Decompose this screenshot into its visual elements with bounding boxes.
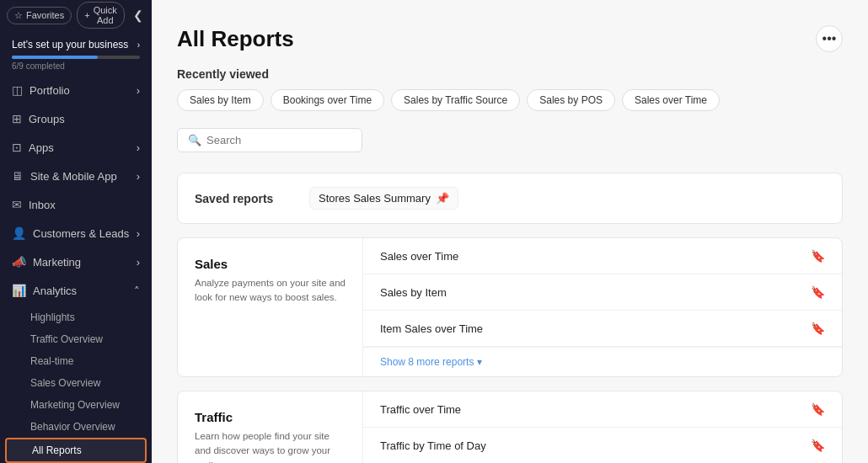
chevron-right-icon: › [137,170,140,183]
report-row-sales-over-time[interactable]: Sales over Time 🔖 [363,238,842,274]
bookmark-icon[interactable]: 🔖 [811,249,825,263]
setup-section: Let's set up your business › 6/9 complet… [0,30,152,76]
chevron-right-icon: › [137,256,140,269]
sidebar-item-analytics[interactable]: 📊 Analytics ˄ [0,276,152,305]
analytics-submenu: Highlights Traffic Overview Real-time Sa… [0,305,152,463]
quick-add-label: Quick Add [94,5,117,25]
saved-reports-section: Saved reports Stores Sales Summary 📌 [177,173,843,224]
sidebar-item-label: Customers & Leads [33,227,129,240]
apps-icon: ⊡ [12,141,22,154]
chip-sales-by-item[interactable]: Sales by Item [177,89,264,111]
recently-viewed-chips: Sales by Item Bookings over Time Sales b… [177,89,843,111]
bookmark-icon[interactable]: 🔖 [811,402,825,416]
sidebar-item-marketing[interactable]: 📣 Marketing › [0,247,152,276]
sales-section-desc: Analyze payments on your site and look f… [195,276,346,306]
progress-bar-fill [12,56,98,59]
close-icon: ❮ [133,8,143,22]
sidebar: Let's set up your business › 6/9 complet… [0,0,152,463]
marketing-icon: 📣 [12,255,26,269]
chevron-right-icon: › [137,227,140,240]
inbox-icon: ✉ [12,198,22,211]
traffic-section-desc: Learn how people find your site and disc… [195,429,346,463]
show-more-sales-button[interactable]: Show 8 more reports ▾ [363,348,499,376]
top-bar: ☆ Favorites + Quick Add ❮ [0,0,152,30]
close-button[interactable]: ❮ [130,7,147,24]
star-icon: ☆ [14,10,23,21]
chip-sales-by-traffic-source[interactable]: Sales by Traffic Source [391,89,520,111]
favorites-button[interactable]: ☆ Favorites [7,7,72,24]
report-row-item-sales-over-time[interactable]: Item Sales over Time 🔖 [363,311,842,347]
favorites-label: Favorites [26,10,64,20]
setup-title[interactable]: Let's set up your business › [12,39,140,51]
chip-sales-over-time[interactable]: Sales over Time [622,89,720,111]
sidebar-item-highlights[interactable]: Highlights [0,306,152,328]
sidebar-item-label: Portfolio [29,84,70,97]
main-content: All Reports ••• Recently viewed Sales by… [152,0,868,463]
chevron-right-icon: › [137,84,140,97]
sidebar-item-customers[interactable]: 👤 Customers & Leads › [0,219,152,247]
sidebar-item-label: Analytics [33,285,77,297]
sidebar-item-label: Inbox [29,199,56,211]
search-icon: 🔍 [188,134,201,146]
saved-report-item[interactable]: Stores Sales Summary 📌 [309,187,458,210]
page-header: All Reports ••• [177,25,843,52]
search-input[interactable] [206,134,351,146]
sidebar-item-site-mobile[interactable]: 🖥 Site & Mobile App › [0,162,152,190]
chip-bookings-over-time[interactable]: Bookings over Time [271,89,384,111]
sales-section-reports: Sales over Time 🔖 Sales by Item 🔖 Item S… [363,238,842,376]
report-row-traffic-over-time[interactable]: Traffic over Time 🔖 [363,391,842,428]
ellipsis-icon: ••• [822,31,837,46]
sidebar-item-sales-overview[interactable]: Sales Overview [0,372,152,394]
progress-bar-bg [12,56,140,59]
sidebar-item-real-time[interactable]: Real-time [0,350,152,372]
saved-reports-title: Saved reports [195,192,296,205]
sidebar-item-all-reports[interactable]: All Reports [5,438,147,463]
sales-section-info: Sales Analyze payments on your site and … [178,238,363,376]
quick-add-button[interactable]: + Quick Add [77,2,125,29]
sidebar-item-groups[interactable]: ⊞ Groups [0,104,152,133]
chevron-right-icon: › [137,40,140,50]
plus-icon: + [84,10,89,20]
sidebar-item-behavior-overview[interactable]: Behavior Overview [0,416,152,438]
sidebar-item-traffic-overview[interactable]: Traffic Overview [0,328,152,350]
traffic-section-reports: Traffic over Time 🔖 Traffic by Time of D… [363,391,842,463]
portfolio-icon: ◫ [12,83,23,97]
report-row-traffic-by-time-of-day[interactable]: Traffic by Time of Day 🔖 [363,428,842,463]
sidebar-item-apps[interactable]: ⊡ Apps › [0,133,152,162]
setup-title-label: Let's set up your business [12,39,128,51]
chevron-up-icon: ˄ [134,285,140,297]
traffic-section: Traffic Learn how people find your site … [177,391,843,463]
progress-label: 6/9 completed [12,61,140,71]
sidebar-item-marketing-overview[interactable]: Marketing Overview [0,394,152,416]
sidebar-item-label: Apps [29,141,54,154]
site-icon: 🖥 [12,169,24,183]
page-title: All Reports [177,26,294,52]
chip-sales-by-pos[interactable]: Sales by POS [527,89,615,111]
chevron-down-icon: ▾ [477,356,482,368]
bookmark-icon[interactable]: 🔖 [811,322,825,335]
sales-section: Sales Analyze payments on your site and … [177,237,843,377]
sidebar-item-inbox[interactable]: ✉ Inbox [0,190,152,219]
chevron-right-icon: › [137,141,140,154]
search-bar[interactable]: 🔍 [177,128,362,152]
sidebar-item-label: Site & Mobile App [30,170,117,183]
traffic-section-info: Traffic Learn how people find your site … [178,391,363,463]
groups-icon: ⊞ [12,112,22,125]
analytics-icon: 📊 [12,284,26,297]
more-options-button[interactable]: ••• [816,25,843,52]
sidebar-item-label: Marketing [33,256,81,269]
recently-viewed-label: Recently viewed [177,67,843,81]
customers-icon: 👤 [12,226,26,240]
traffic-section-title: Traffic [195,410,346,424]
bookmark-icon[interactable]: 🔖 [811,439,825,452]
bookmark-icon[interactable]: 🔖 [811,285,825,299]
sidebar-item-label: Groups [29,113,65,125]
report-row-sales-by-item[interactable]: Sales by Item 🔖 [363,274,842,311]
saved-report-name: Stores Sales Summary [319,192,431,205]
sidebar-item-portfolio[interactable]: ◫ Portfolio › [0,76,152,104]
sales-section-title: Sales [195,257,346,271]
pin-icon: 📌 [436,192,449,205]
